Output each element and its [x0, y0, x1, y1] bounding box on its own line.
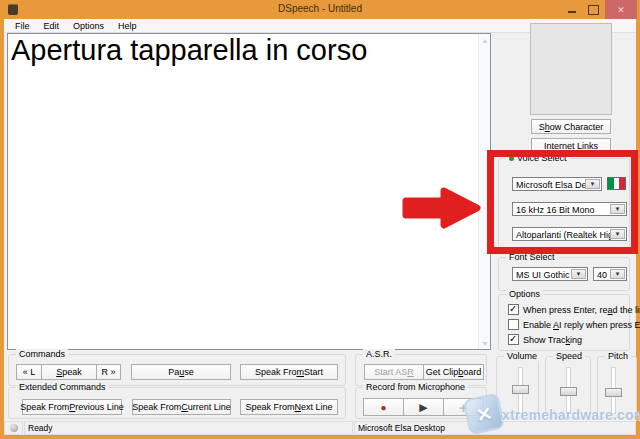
insert-recording-button[interactable]: +	[443, 398, 484, 416]
window-title: DSpeech - Untitled	[0, 3, 640, 14]
status-ready: Ready	[24, 421, 353, 435]
menu-options[interactable]: Options	[66, 20, 111, 32]
font-size-dropdown[interactable]: 40 ▼	[593, 267, 627, 281]
editor-text: Apertura tapparella in corso	[11, 34, 471, 67]
menu-file[interactable]: File	[8, 20, 37, 32]
option-show-tracking[interactable]: Show Tracking	[508, 334, 582, 345]
speak-previous-line-button[interactable]: Speak From Previous Line	[22, 399, 122, 415]
start-asr-button[interactable]: Start ASR	[364, 364, 424, 380]
scroll-up-icon[interactable]: ▲	[479, 34, 491, 46]
option-read-line[interactable]: When press Enter, read the line	[508, 304, 640, 315]
maximize-icon	[588, 5, 599, 15]
options-label: Options	[506, 289, 543, 299]
record-label: Record from Microphone	[363, 382, 468, 392]
speak-from-start-button[interactable]: Speak From Start	[240, 364, 338, 380]
option-ai-reply[interactable]: Enable AI reply when press Enter	[508, 319, 640, 330]
pitch-label: Pitch	[605, 351, 631, 361]
extended-commands-label: Extended Commands	[16, 382, 109, 392]
annotation-arrow-icon	[399, 182, 485, 234]
record-icon: ●	[380, 402, 386, 413]
pitch-group: Pitch	[597, 356, 637, 418]
speak-left-button[interactable]: « L	[16, 364, 42, 380]
status-voice: Microsoft Elsa Desktop	[354, 421, 636, 435]
status-ball-icon	[10, 424, 18, 432]
get-clipboard-button[interactable]: Get Clipboard	[423, 364, 484, 380]
close-icon: ✕	[617, 5, 625, 15]
dspeech-window: DSpeech - Untitled ✕ File Edit Options H…	[0, 0, 640, 439]
checkbox-icon[interactable]	[508, 334, 519, 345]
pause-button[interactable]: Pause	[131, 364, 231, 380]
pitch-slider-thumb[interactable]	[605, 388, 622, 397]
app-icon	[8, 4, 18, 15]
speed-label: Speed	[553, 351, 585, 361]
speak-current-line-button[interactable]: Speak From Current Line	[132, 399, 231, 415]
speed-slider-thumb[interactable]	[560, 387, 577, 396]
speak-button[interactable]: Speak	[41, 364, 97, 380]
titlebar[interactable]: DSpeech - Untitled ✕	[0, 0, 640, 19]
speak-next-line-button[interactable]: Speak From Next Line	[240, 399, 338, 415]
record-button[interactable]: ●	[363, 398, 404, 416]
checkbox-icon[interactable]	[508, 304, 519, 315]
minimize-icon	[568, 11, 576, 13]
play-button[interactable]: ▶	[403, 398, 444, 416]
show-character-button[interactable]: Show Character	[531, 119, 611, 134]
chevron-down-icon[interactable]: ▼	[610, 269, 625, 279]
minimize-button[interactable]	[563, 0, 581, 19]
checkbox-icon[interactable]	[508, 319, 519, 330]
annotation-highlight-box	[487, 150, 638, 254]
close-button[interactable]: ✕	[605, 0, 637, 19]
maximize-button[interactable]	[584, 0, 602, 19]
scroll-down-icon[interactable]: ▼	[479, 337, 491, 349]
play-icon: ▶	[419, 401, 427, 414]
status-icon-panel	[4, 421, 23, 435]
speak-right-button[interactable]: R »	[96, 364, 121, 380]
volume-slider-thumb[interactable]	[512, 385, 529, 394]
asr-label: A.S.R.	[363, 349, 395, 359]
commands-label: Commands	[16, 349, 68, 359]
chevron-down-icon[interactable]: ▼	[571, 269, 586, 279]
font-name-dropdown[interactable]: MS UI Gothic ▼	[512, 267, 588, 281]
menu-help[interactable]: Help	[111, 20, 144, 32]
volume-label: Volume	[504, 351, 540, 361]
plus-icon: +	[459, 399, 468, 416]
menu-edit[interactable]: Edit	[37, 20, 67, 32]
character-preview-box	[530, 23, 612, 115]
